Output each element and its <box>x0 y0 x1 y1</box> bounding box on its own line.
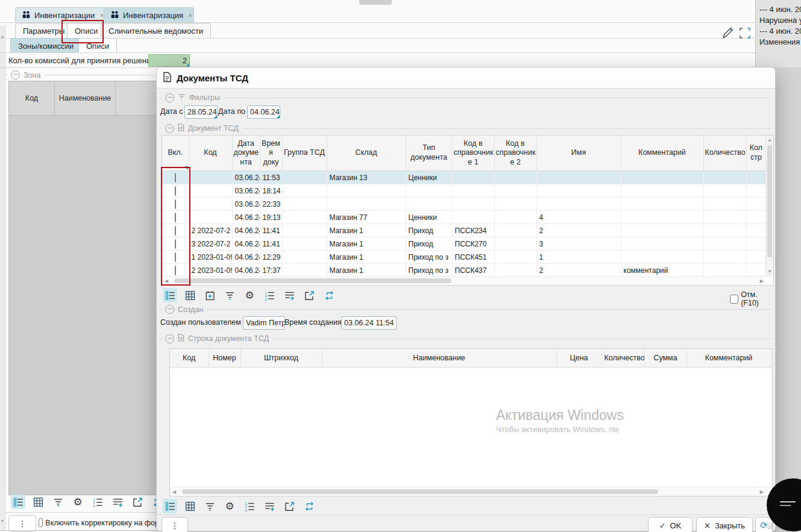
select-list-icon[interactable] <box>163 499 177 513</box>
doc-col-header[interactable]: Имя <box>536 136 621 171</box>
scroll-left-icon[interactable]: ◀ <box>172 489 176 496</box>
doc-col-header[interactable]: Комментарий <box>621 136 703 171</box>
doc-col-header[interactable]: Дата докуме нта <box>232 136 260 171</box>
grid-icon[interactable] <box>183 499 197 513</box>
close-x-icon: ✕ <box>704 521 711 530</box>
doc-col-header[interactable]: Тип документа <box>406 136 452 171</box>
line-col-header[interactable]: Штрихкод <box>240 349 322 368</box>
numbered-list-icon[interactable]: 123 <box>90 495 105 509</box>
doc-col-header[interactable]: Код в справочник е 2 <box>494 136 536 171</box>
line-col-header[interactable]: Код <box>170 349 209 368</box>
doc-table-row[interactable]: 04.06.2419:13Магазин 77Ценники4 <box>162 211 766 224</box>
filter-icon[interactable] <box>203 499 217 513</box>
date-from-input[interactable]: 28.05.24 <box>184 105 218 119</box>
calendar-add-icon[interactable] <box>203 288 217 302</box>
doc-col-header[interactable]: Код <box>189 136 232 171</box>
zona-table[interactable]: Код Наименование <box>8 81 158 495</box>
doc-table-row[interactable]: 03.06.2411:53Магазин 13Ценники <box>162 171 766 184</box>
collapse-icon[interactable] <box>11 70 20 80</box>
open-external-icon[interactable] <box>282 499 297 513</box>
date-to-input[interactable]: 04.06.24 <box>247 105 280 119</box>
checkbox-icon[interactable] <box>730 295 738 304</box>
zona-col-naimenovanie[interactable]: Наименование <box>55 81 116 115</box>
correction-checkbox-row[interactable]: Включить корректировку на фор <box>39 518 159 527</box>
ok-button[interactable]: ✓OK <box>648 517 693 532</box>
line-col-header[interactable]: Цена <box>556 349 602 368</box>
add-row-icon[interactable] <box>262 499 277 513</box>
close-button[interactable]: ✕Закрыть <box>696 517 753 532</box>
doc-grid[interactable]: Вкл.КодДата докуме нтаВрем я докуГруппа … <box>162 136 767 277</box>
scroll-up-icon[interactable]: ▲ <box>767 137 772 144</box>
windows-activation-subtext: Чтобы активировать Windows, пере <box>496 425 618 434</box>
checkbox-icon[interactable] <box>39 518 43 527</box>
open-external-icon[interactable] <box>302 288 316 302</box>
collapse-icon[interactable] <box>165 305 174 314</box>
dialog-kebab-button[interactable]: ⋮ <box>162 517 188 532</box>
doc-table-vscrollbar[interactable]: ▲ ▼ <box>765 136 773 277</box>
line-table[interactable]: КодНомерШтрихкодНаименованиеЦенаКоличест… <box>169 348 773 496</box>
doc-col-header[interactable]: Вкл. <box>162 136 189 171</box>
zona-group-header: Зона <box>5 70 154 80</box>
reload-icon[interactable] <box>302 499 316 513</box>
created-user-input[interactable]: Vadim Петро <box>243 316 285 330</box>
resize-grip[interactable] <box>767 522 773 529</box>
select-list-icon[interactable] <box>11 495 25 509</box>
app-left-scrollbar[interactable]: ▲ ▼ <box>0 25 5 530</box>
created-time-input[interactable]: 03.06.24 11:54 <box>341 316 397 330</box>
grid-icon[interactable] <box>183 288 197 302</box>
line-col-header[interactable]: Наименование <box>322 349 556 368</box>
line-col-header[interactable]: Сумма <box>644 349 686 368</box>
numbered-list-icon[interactable]: 123 <box>262 288 277 302</box>
filter-icon[interactable] <box>222 288 237 302</box>
window-tab-inventarizaciya[interactable]: Инвентаризация × <box>104 7 194 23</box>
settings-icon[interactable]: ⚙ <box>242 288 257 302</box>
settings-icon[interactable]: ⚙ <box>71 495 85 509</box>
fullscreen-icon[interactable] <box>739 27 751 41</box>
left-kebab-button[interactable]: ⋮ <box>8 515 36 532</box>
doc-table-toolbar[interactable]: ⚙123 <box>163 288 336 302</box>
scroll-right-icon[interactable]: ▶ <box>760 489 764 496</box>
doc-table-row[interactable]: 1 2023-01-0904.06.2412:29Магазин 1Приход… <box>162 251 766 264</box>
doc-table[interactable]: Вкл.КодДата докуме нтаВрем я докуГруппа … <box>162 135 774 286</box>
grid-icon[interactable] <box>31 495 45 509</box>
settings-icon[interactable]: ⚙ <box>222 499 237 513</box>
reload-icon[interactable] <box>322 288 336 302</box>
collapse-icon[interactable] <box>165 93 174 102</box>
doc-table-row[interactable]: 2 2022-07-204.06.2411:41Магазин 1ПриходП… <box>162 224 766 237</box>
collapse-icon[interactable] <box>165 124 174 133</box>
scroll-right-icon[interactable]: ▶ <box>760 278 764 285</box>
line-table-hscrollbar[interactable]: ◀ ▶ <box>170 487 772 496</box>
doc-table-row[interactable]: 03.06.2418:14 <box>162 184 766 198</box>
scroll-down-icon[interactable]: ▼ <box>767 268 772 275</box>
line-col-header[interactable]: Номер <box>209 349 240 368</box>
add-row-icon[interactable] <box>282 288 297 302</box>
doc-table-hscrollbar[interactable]: ◀ ▶ <box>162 276 766 285</box>
doc-col-header[interactable]: Врем я доку <box>260 136 282 171</box>
doc-col-header[interactable]: Склад <box>327 136 406 171</box>
numbered-list-icon[interactable]: 123 <box>242 499 257 513</box>
select-list-icon[interactable] <box>163 288 177 302</box>
left-panel-toolbar[interactable]: ⚙123 <box>11 495 165 509</box>
tab-slichitelnye[interactable]: Сличительные ведомости <box>101 23 211 39</box>
filter-icon[interactable] <box>51 495 65 509</box>
doc-table-row[interactable]: 03.06.2422:33 <box>162 198 766 211</box>
edit-pencil-icon[interactable] <box>721 27 734 42</box>
doc-col-header[interactable]: Группа ТСД <box>282 136 327 171</box>
collapse-icon[interactable] <box>165 334 174 343</box>
scroll-up-icon[interactable]: ▲ <box>0 34 5 40</box>
doc-col-header[interactable]: Код в справочник е 1 <box>452 136 494 171</box>
commission-count-input[interactable]: 2 <box>148 54 190 67</box>
line-col-header[interactable]: Количество <box>602 349 644 368</box>
doc-col-header[interactable]: Количество <box>703 136 746 171</box>
doc-table-row[interactable]: 2 2023-01-0904.06.2417:37Магазин 1Приход… <box>162 264 766 277</box>
close-tab-icon[interactable]: × <box>188 11 192 20</box>
line-table-toolbar[interactable]: ⚙123 <box>163 499 316 513</box>
zona-col-kod[interactable]: Код <box>9 81 55 115</box>
dialog-titlebar[interactable]: Документы ТСД <box>157 67 775 89</box>
open-external-icon[interactable] <box>130 495 145 509</box>
scroll-down-icon[interactable]: ▼ <box>0 518 5 524</box>
doc-col-header[interactable]: Кол стр <box>746 136 766 171</box>
add-row-icon[interactable] <box>110 495 125 509</box>
doc-table-row[interactable]: 3 2022-07-204.06.2411:41Магазин 1ПриходП… <box>162 237 766 251</box>
line-col-header[interactable]: Комментарий <box>686 349 771 368</box>
